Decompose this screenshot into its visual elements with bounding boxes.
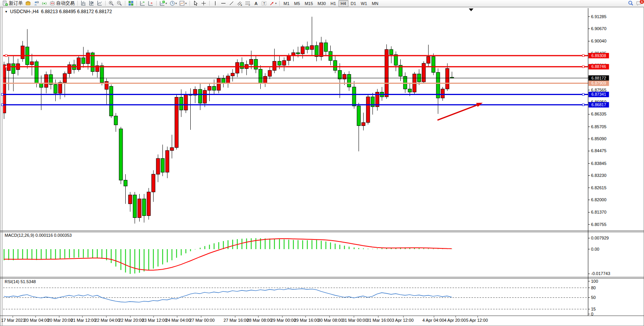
toolbar-separator [77,1,78,6]
equidistant-channel-button[interactable]: E [236,0,244,7]
candles-chart-icon [89,0,94,6]
chart-expander-icon[interactable]: ▼ [5,10,8,14]
chart-shift-button[interactable] [147,0,155,7]
zoom-out-button[interactable] [115,0,123,7]
signal-icon [41,0,47,6]
svg-text:27 Mar 16:00: 27 Mar 16:00 [224,318,249,323]
channel-icon: E [237,0,243,6]
svg-text:F: F [249,4,250,6]
signals-button[interactable] [40,0,48,7]
timeframe-button-MN[interactable]: MN [369,0,381,7]
auto-scroll-icon [140,0,145,6]
svg-text:27 Mar 00:00: 27 Mar 00:00 [190,318,215,323]
text-icon: A [253,0,259,6]
search-button[interactable] [627,0,635,7]
svg-text:31 Mar 16:00: 31 Mar 16:00 [367,318,392,323]
line-handle[interactable] [583,104,584,106]
timeframe-button-M15[interactable]: M15 [302,0,315,7]
svg-text:30 Mar 08:00: 30 Mar 08:00 [318,318,343,323]
timeframe-button-M30[interactable]: M30 [315,0,328,7]
line-handle[interactable] [583,66,584,68]
chart-symbol-period: USDCNH-,H4 [10,9,39,14]
arrows-button[interactable]: ▾ [268,0,278,7]
horizontal-line-button[interactable] [219,0,227,7]
auto-scroll-button[interactable] [138,0,147,7]
timeframe-button-H1[interactable]: H1 [328,0,338,7]
svg-text:6.86335: 6.86335 [591,112,606,116]
notification-badge: 1 [640,0,644,4]
line-handle[interactable] [5,66,7,68]
svg-text:0: 0 [591,312,593,316]
package-button[interactable] [24,0,32,7]
price-tag-6.89308: 6.89308 [589,53,609,58]
horizontal-line-icon [220,0,226,6]
zoom-out-icon [116,0,122,6]
periods-button[interactable]: ▾ [168,0,178,7]
price-tag-6.88172: 6.88172 [589,75,609,81]
svg-text:6.87341: 6.87341 [591,92,606,97]
timeframe-button-H4[interactable]: H4 [338,0,348,7]
templates-button[interactable]: ▾ [178,0,188,7]
cursor-icon [193,0,198,6]
zoom-in-icon [108,0,114,6]
line-chart-button[interactable] [96,0,104,7]
user-terminal-button[interactable] [32,0,40,7]
svg-text:20 Mar 04:00: 20 Mar 04:00 [24,318,49,323]
fibonacci-button[interactable]: F [244,0,252,7]
package-icon [25,0,31,6]
timeframe-button-D1[interactable]: D1 [348,0,359,7]
rsi-indicator-label: RSI(14) 51.5348 [5,279,36,284]
search-icon [628,0,634,6]
svg-text:6.84475: 6.84475 [591,148,606,153]
chevron-down-icon: ▾ [185,2,187,5]
zoom-in-button[interactable] [107,0,115,7]
line-handle[interactable] [2,104,3,106]
svg-text:17 Mar 2023: 17 Mar 2023 [1,318,25,323]
svg-text:23 Mar 12:00: 23 Mar 12:00 [142,318,167,323]
timeframe-button-M5[interactable]: M5 [292,0,302,7]
notifications-button[interactable]: 1 [635,0,643,7]
tile-windows-button[interactable] [127,0,135,7]
svg-text:6.83845: 6.83845 [591,161,606,166]
svg-text:6.81370: 6.81370 [591,210,606,214]
svg-text:6.80755: 6.80755 [591,222,606,227]
line-handle[interactable] [5,55,7,57]
svg-text:29 Mar 16:00: 29 Mar 16:00 [294,318,319,323]
svg-text:24 Mar 04:00: 24 Mar 04:00 [166,318,191,323]
svg-text:6.86817: 6.86817 [591,102,606,107]
trendline-button[interactable] [227,0,236,7]
vertical-line-button[interactable] [211,0,219,7]
svg-text:0.007929: 0.007929 [591,236,609,240]
chart-canvas[interactable]: 6.912856.906706.900406.894256.888106.881… [0,0,644,326]
svg-text:6.91285: 6.91285 [591,14,606,19]
text-button[interactable]: A [252,0,260,7]
candlestick-chart-button[interactable] [87,0,96,7]
timeframe-button-W1[interactable]: W1 [359,0,370,7]
svg-text:E: E [241,4,242,6]
price-tag-6.87909: 6.87909 [589,81,609,86]
svg-text:-0.017743: -0.017743 [591,271,610,276]
text-label-button[interactable]: T [260,0,268,7]
new-order-button[interactable]: 新订单 [1,0,24,7]
indicators-button[interactable]: ▾ [158,0,168,7]
bars-chart-button[interactable] [79,0,87,7]
toolbar-separator [279,1,280,6]
line-handle[interactable] [583,55,584,57]
line-handle[interactable] [583,93,584,95]
autotrading-button[interactable]: 自动交易 [48,0,76,7]
price-tag-6.86817: 6.86817 [589,102,609,107]
toolbar-separator [105,1,106,6]
svg-text:15: 15 [591,307,596,311]
svg-text:6.90040: 6.90040 [591,39,606,43]
bars-chart-icon [80,0,86,6]
cursor-button[interactable] [191,0,200,7]
line-handle[interactable] [2,93,3,95]
timeframe-button-M1[interactable]: M1 [281,0,292,7]
svg-text:T: T [263,2,265,5]
crosshair-button[interactable] [200,0,208,7]
template-icon [179,0,185,6]
svg-text:0.00: 0.00 [591,247,599,251]
svg-text:4 Apr 20:00: 4 Apr 20:00 [444,318,466,323]
svg-text:6.89308: 6.89308 [591,53,606,58]
svg-text:6.88172: 6.88172 [591,76,606,80]
